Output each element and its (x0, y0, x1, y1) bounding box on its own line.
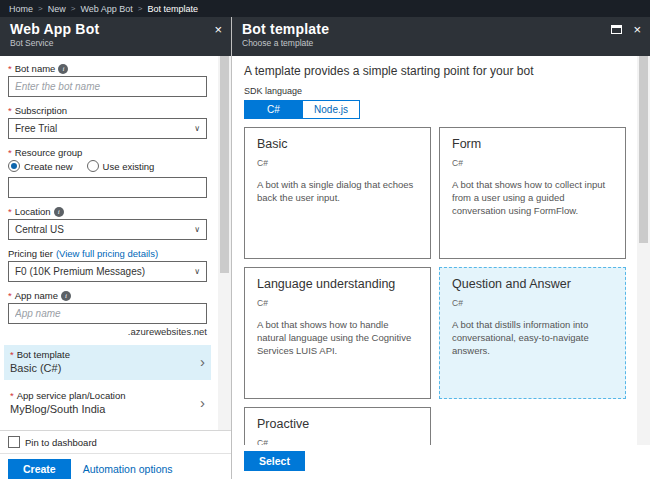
template-card-form[interactable]: Form C# A bot that shows how to collect … (439, 127, 626, 259)
close-icon[interactable]: × (214, 23, 222, 36)
footer-divider (0, 453, 231, 454)
subscription-value: Free Trial (15, 123, 57, 134)
info-icon[interactable]: i (58, 64, 68, 74)
template-chooser: A template provides a simple starting po… (232, 56, 650, 445)
automation-options-link[interactable]: Automation options (83, 463, 173, 475)
right-blade-header: Bot template Choose a template × (232, 17, 650, 56)
radio-selected-icon (8, 160, 20, 172)
radio-unselected-icon (87, 160, 99, 172)
required-marker: * (8, 206, 12, 217)
left-blade-form: * Bot name i * Subscription Free Trial ∨ (0, 56, 231, 430)
pricing-details-link[interactable]: (View full pricing details) (56, 248, 158, 259)
required-marker: * (10, 390, 14, 401)
resource-group-create-new-radio[interactable]: Create new (8, 160, 73, 172)
sdk-option-nodejs[interactable]: Node.js (302, 101, 359, 118)
info-icon[interactable]: i (61, 291, 71, 301)
checkbox-icon (8, 436, 20, 448)
location-value: Central US (15, 224, 64, 235)
bot-name-field: * Bot name i (8, 63, 207, 97)
info-icon[interactable]: i (54, 207, 64, 217)
bot-template-value: Basic (C#) (10, 362, 70, 374)
sdk-language-label: SDK language (244, 86, 628, 96)
subscription-field: * Subscription Free Trial ∨ (8, 105, 207, 139)
chevron-right-icon: › (200, 395, 205, 410)
chevron-down-icon: ∨ (194, 124, 200, 133)
subscription-select[interactable]: Free Trial ∨ (8, 118, 207, 139)
create-button[interactable]: Create (8, 459, 71, 479)
template-card-basic[interactable]: Basic C# A bot with a single dialog that… (244, 127, 431, 259)
app-name-label: * App name i (8, 290, 207, 301)
app-name-field: * App name i .azurewebsites.net (8, 290, 207, 337)
app-service-plan-label: * App service plan/Location (10, 390, 126, 401)
left-blade-title: Web App Bot (10, 21, 221, 37)
template-description: A template provides a simple starting po… (244, 64, 628, 78)
right-blade-scrollbar[interactable] (637, 56, 650, 445)
left-blade-footer: Pin to dashboard Create Automation optio… (0, 430, 231, 479)
template-card-language-understanding[interactable]: Language understanding C# A bot that sho… (244, 267, 431, 399)
template-card-proactive[interactable]: Proactive C# (244, 407, 431, 445)
location-field: * Location i Central US ∨ (8, 206, 207, 240)
pricing-tier-label: Pricing tier (View full pricing details) (8, 248, 207, 259)
select-button[interactable]: Select (244, 451, 305, 471)
breadcrumb-home[interactable]: Home (9, 4, 33, 14)
sdk-option-csharp[interactable]: C# (245, 101, 302, 118)
breadcrumb-separator: > (138, 4, 143, 13)
breadcrumb-bot-template: Bot template (147, 4, 198, 14)
right-blade-subtitle: Choose a template (242, 38, 640, 48)
location-label: * Location i (8, 206, 207, 217)
breadcrumb: Home > New > Web App Bot > Bot template (0, 0, 650, 17)
pricing-tier-select[interactable]: F0 (10K Premium Messages) ∨ (8, 261, 207, 282)
template-card-question-and-answer[interactable]: Question and Answer C# A bot that distil… (439, 267, 626, 399)
required-marker: * (8, 105, 12, 116)
chevron-down-icon: ∨ (194, 225, 200, 234)
scrollbar-thumb[interactable] (220, 56, 229, 273)
sdk-language-toggle: C# Node.js (244, 100, 360, 119)
breadcrumb-new[interactable]: New (48, 4, 66, 14)
chevron-down-icon: ∨ (194, 267, 200, 276)
pricing-tier-value: F0 (10K Premium Messages) (15, 266, 145, 277)
bot-template-blade: Bot template Choose a template × A templ… (232, 17, 650, 479)
app-service-plan-picker[interactable]: * App service plan/Location MyBlog/South… (4, 386, 211, 421)
resource-group-label: * Resource group (8, 147, 207, 158)
location-select[interactable]: Central US ∨ (8, 219, 207, 240)
maximize-icon[interactable] (611, 25, 622, 34)
subscription-label: * Subscription (8, 105, 207, 116)
required-marker: * (8, 290, 12, 301)
left-blade-scrollbar[interactable] (218, 56, 231, 430)
resource-group-field: * Resource group Create new Use existing (8, 147, 207, 198)
bot-template-label: * Bot template (10, 349, 70, 360)
template-card-grid: Basic C# A bot with a single dialog that… (244, 127, 628, 445)
breadcrumb-separator: > (38, 4, 43, 13)
app-name-suffix: .azurewebsites.net (8, 326, 207, 337)
breadcrumb-separator: > (71, 4, 76, 13)
scrollbar-thumb[interactable] (639, 56, 648, 243)
bot-name-input[interactable] (8, 76, 207, 97)
right-blade-title: Bot template (242, 21, 640, 37)
required-marker: * (8, 147, 12, 158)
right-blade-footer: Select (232, 445, 650, 479)
close-icon[interactable]: × (633, 23, 641, 36)
resource-group-name-input[interactable] (8, 177, 207, 198)
required-marker: * (8, 63, 12, 74)
required-marker: * (10, 349, 14, 360)
app-service-plan-value: MyBlog/South India (10, 403, 126, 415)
azure-portal-window: Home > New > Web App Bot > Bot template … (0, 0, 650, 479)
app-name-input[interactable] (8, 303, 207, 324)
breadcrumb-web-app-bot[interactable]: Web App Bot (80, 4, 132, 14)
bot-template-picker[interactable]: * Bot template Basic (C#) › (4, 345, 211, 380)
left-blade-header: Web App Bot Bot Service × (0, 17, 231, 56)
web-app-bot-blade: Web App Bot Bot Service × * Bot name i (0, 17, 232, 479)
pin-to-dashboard-checkbox[interactable]: Pin to dashboard (8, 436, 223, 448)
resource-group-use-existing-radio[interactable]: Use existing (87, 160, 155, 172)
bot-name-label: * Bot name i (8, 63, 207, 74)
pricing-tier-field: Pricing tier (View full pricing details)… (8, 248, 207, 282)
chevron-right-icon: › (200, 354, 205, 369)
left-blade-subtitle: Bot Service (10, 38, 221, 48)
